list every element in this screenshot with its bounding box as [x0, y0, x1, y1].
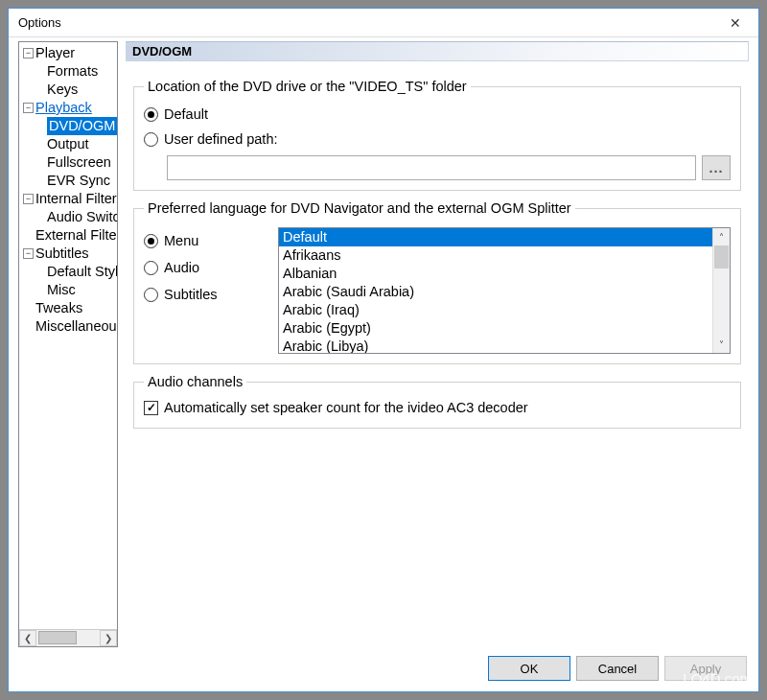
settings-panel: DVD/OGM Location of the DVD drive or the…: [126, 41, 749, 647]
language-row: Menu Audio Subtitles: [144, 227, 731, 354]
close-button[interactable]: ✕: [716, 10, 755, 36]
radio-user-defined-row[interactable]: User defined path:: [144, 127, 731, 152]
panel-header: DVD/OGM: [126, 41, 749, 61]
tree-item-tweaks[interactable]: Tweaks: [19, 299, 117, 317]
list-item[interactable]: Default: [279, 228, 712, 246]
auto-speaker-checkbox[interactable]: [144, 401, 158, 415]
language-radio-column: Menu Audio Subtitles: [144, 227, 268, 354]
dvd-location-group: Location of the DVD drive or the "VIDEO_…: [133, 79, 741, 191]
tree-item-miscellaneous[interactable]: Miscellaneous: [19, 317, 117, 336]
radio-audio-row[interactable]: Audio: [144, 254, 268, 281]
collapse-icon[interactable]: −: [23, 48, 34, 58]
radio-default[interactable]: [144, 107, 158, 122]
tree-item-external-filters[interactable]: External Filters: [19, 226, 117, 245]
tree-item-output[interactable]: Output: [19, 135, 117, 153]
tree-item-dvd-ogm[interactable]: DVD/OGM: [19, 117, 117, 135]
radio-subtitles-row[interactable]: Subtitles: [144, 281, 268, 308]
tree-item-evr-sync[interactable]: EVR Sync: [19, 172, 117, 190]
cancel-button[interactable]: Cancel: [576, 656, 659, 681]
radio-audio-label: Audio: [164, 260, 199, 275]
ellipsis-icon: ...: [709, 160, 723, 175]
radio-menu[interactable]: [144, 234, 158, 248]
dialog-button-bar: OK Cancel Apply: [18, 647, 749, 684]
audio-channels-group: Audio channels Automatically set speaker…: [133, 374, 741, 429]
scroll-track[interactable]: [713, 245, 730, 336]
close-icon: ✕: [730, 15, 741, 31]
tree-item-playback[interactable]: −Playback: [19, 99, 117, 117]
content-area: −Player Formats Keys −Playback DVD/OGM O…: [9, 37, 758, 691]
tree-item-formats[interactable]: Formats: [19, 62, 117, 81]
language-legend: Preferred language for DVD Navigator and…: [144, 200, 575, 216]
list-item[interactable]: Afrikaans: [279, 246, 712, 265]
list-item[interactable]: Arabic (Saudi Arabia): [279, 283, 712, 301]
path-input[interactable]: [167, 155, 696, 180]
scroll-thumb[interactable]: [714, 245, 729, 268]
tree-item-keys[interactable]: Keys: [19, 81, 117, 99]
category-tree-container: −Player Formats Keys −Playback DVD/OGM O…: [18, 41, 118, 647]
category-tree[interactable]: −Player Formats Keys −Playback DVD/OGM O…: [19, 42, 117, 629]
language-listbox[interactable]: Default Afrikaans Albanian Arabic (Saudi…: [278, 227, 731, 354]
radio-user-defined[interactable]: [144, 132, 158, 147]
tree-horizontal-scrollbar[interactable]: ❮ ❯: [19, 629, 117, 646]
path-row: ...: [144, 155, 731, 180]
radio-default-label: Default: [164, 106, 208, 122]
tree-item-fullscreen[interactable]: Fullscreen: [19, 153, 117, 172]
browse-button[interactable]: ...: [702, 155, 731, 180]
auto-speaker-label: Automatically set speaker count for the …: [164, 400, 528, 415]
collapse-icon[interactable]: −: [23, 194, 34, 204]
radio-subtitles-label: Subtitles: [164, 287, 218, 302]
language-group: Preferred language for DVD Navigator and…: [133, 200, 741, 364]
apply-button[interactable]: Apply: [664, 656, 747, 681]
scroll-down-icon[interactable]: ˅: [713, 336, 730, 353]
radio-menu-row[interactable]: Menu: [144, 227, 268, 254]
dvd-location-legend: Location of the DVD drive or the "VIDEO_…: [144, 79, 471, 94]
list-item[interactable]: Arabic (Libya): [279, 338, 712, 353]
tree-item-player[interactable]: −Player: [19, 44, 117, 62]
tree-item-subtitles[interactable]: −Subtitles: [19, 245, 117, 263]
list-item[interactable]: Arabic (Egypt): [279, 319, 712, 338]
collapse-icon[interactable]: −: [23, 103, 34, 113]
tree-item-audio-switcher[interactable]: Audio Switcher: [19, 208, 117, 226]
radio-menu-label: Menu: [164, 233, 198, 248]
scroll-right-icon[interactable]: ❯: [100, 630, 117, 646]
radio-user-defined-label: User defined path:: [164, 131, 278, 147]
list-vertical-scrollbar[interactable]: ˄ ˅: [712, 228, 730, 353]
options-window: Options ✕ −Player Formats Keys −Playback…: [8, 8, 759, 692]
radio-default-row[interactable]: Default: [144, 102, 731, 127]
scroll-track[interactable]: [36, 630, 100, 646]
radio-audio[interactable]: [144, 261, 158, 275]
scroll-up-icon[interactable]: ˄: [713, 228, 730, 245]
window-title: Options: [18, 15, 716, 30]
ok-button[interactable]: OK: [488, 656, 570, 681]
language-list[interactable]: Default Afrikaans Albanian Arabic (Saudi…: [279, 228, 712, 353]
tree-item-default-style[interactable]: Default Style: [19, 263, 117, 281]
titlebar: Options ✕: [9, 9, 758, 37]
scroll-left-icon[interactable]: ❮: [19, 630, 36, 646]
list-item[interactable]: Albanian: [279, 265, 712, 283]
scroll-thumb[interactable]: [38, 631, 77, 644]
panel-body: Location of the DVD drive or the "VIDEO_…: [126, 65, 749, 647]
collapse-icon[interactable]: −: [23, 248, 34, 259]
main-area: −Player Formats Keys −Playback DVD/OGM O…: [18, 41, 749, 647]
radio-subtitles[interactable]: [144, 288, 158, 302]
auto-speaker-row[interactable]: Automatically set speaker count for the …: [144, 397, 731, 418]
list-item[interactable]: Arabic (Iraq): [279, 301, 712, 319]
tree-item-misc[interactable]: Misc: [19, 281, 117, 299]
audio-channels-legend: Audio channels: [144, 374, 246, 389]
tree-item-internal-filters[interactable]: −Internal Filters: [19, 190, 117, 208]
